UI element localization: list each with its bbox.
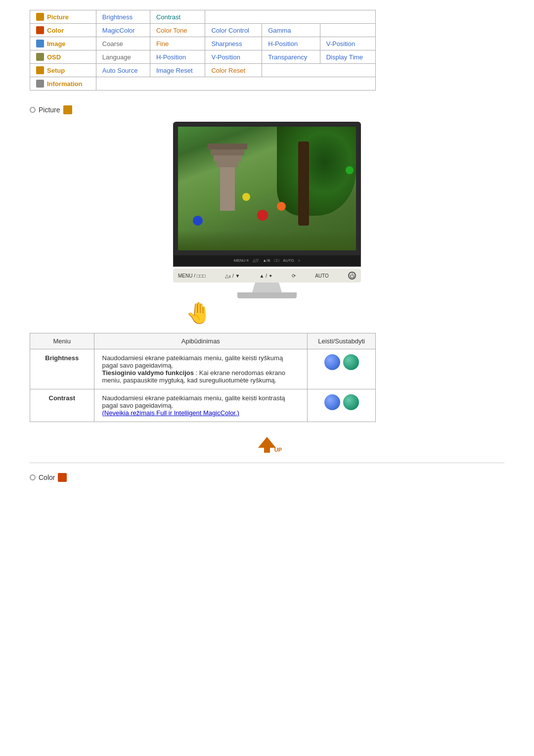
image-icon xyxy=(36,40,44,47)
monitor-screen xyxy=(173,122,361,255)
osd-icon xyxy=(36,53,44,61)
menu-btn[interactable]: MENU / □□□ xyxy=(178,273,206,279)
menu-name-contrast: Contrast xyxy=(30,389,94,422)
nav-hposition-image[interactable]: H-Position xyxy=(268,40,298,47)
menu-name-brightness: Brightness xyxy=(30,349,94,389)
menu-item-image[interactable]: Image xyxy=(36,40,90,47)
monitor-bottom-bar: MENU ≡ △▽ ▲/B □□ AUTO ○ xyxy=(173,255,361,267)
action-btn-blue-brightness[interactable] xyxy=(324,354,340,370)
col-header-menu: Meniu xyxy=(30,333,94,349)
up-arrow-container: UP xyxy=(30,437,504,453)
picture-icon xyxy=(36,13,44,21)
color-section-header: Color xyxy=(30,473,504,482)
monitor-indicators: MENU ≡ △▽ ▲/B □□ AUTO ○ xyxy=(178,257,356,264)
color-section: Color xyxy=(30,473,504,482)
up-arrow-label: UP xyxy=(274,447,282,453)
monitor-display: MENU ≡ △▽ ▲/B □□ AUTO ○ MENU / □□□ △₂ / … xyxy=(30,122,504,323)
action-btn-teal-contrast[interactable] xyxy=(343,394,359,410)
power-btn[interactable]: ⏻ xyxy=(348,272,356,280)
section-divider xyxy=(30,463,504,463)
nav-colortone[interactable]: Color Tone xyxy=(156,27,187,34)
auto-btn[interactable]: AUTO xyxy=(315,273,329,279)
menu-item-setup[interactable]: Setup xyxy=(36,66,90,74)
navigation-table: Picture Brightness Contrast Color MagicC… xyxy=(30,10,376,91)
info-table: Meniu Apibūdinimas Leisti/Sustabdyti Bri… xyxy=(30,333,376,422)
action-brightness xyxy=(308,349,376,389)
brightness-btn[interactable]: △₂ / ▼ xyxy=(225,273,240,279)
monitor-controls: MENU / □□□ △₂ / ▼ ▲ / ✦ ⟳ AUTO ⏻ xyxy=(173,269,361,283)
section-circle-color xyxy=(30,474,36,480)
menu-item-picture[interactable]: Picture xyxy=(36,13,90,21)
nav-coarse[interactable]: Coarse xyxy=(102,40,123,47)
col-header-action: Leisti/Sustabdyti xyxy=(308,333,376,349)
action-buttons-brightness xyxy=(315,354,367,370)
action-contrast xyxy=(308,389,376,422)
up-btn[interactable]: ▲ / ✦ xyxy=(260,273,272,279)
nav-autosource[interactable]: Auto Source xyxy=(102,67,138,74)
menu-item-osd[interactable]: OSD xyxy=(36,53,90,61)
description-brightness: Naudodamiesi ekrane pateikiamais meniu, … xyxy=(94,349,308,389)
contrast-link[interactable]: (Neveikia režimais Full ir Intelligent M… xyxy=(102,409,239,417)
info-icon xyxy=(36,80,44,88)
nav-imagereset[interactable]: Image Reset xyxy=(156,67,193,74)
action-btn-teal-brightness[interactable] xyxy=(343,354,359,370)
up-arrow-triangle xyxy=(258,437,276,448)
nav-displaytime[interactable]: Display Time xyxy=(326,53,363,61)
up-arrow-shaft xyxy=(264,448,270,453)
menu-item-color[interactable]: Color xyxy=(36,26,90,34)
monitor-base xyxy=(237,292,297,298)
action-buttons-contrast xyxy=(315,394,367,410)
nav-vposition-image[interactable]: V-Position xyxy=(326,40,356,47)
picture-section-icon xyxy=(63,105,72,114)
nav-fine[interactable]: Fine xyxy=(156,40,169,47)
picture-section-label: Picture xyxy=(39,106,60,114)
up-arrow[interactable]: UP xyxy=(258,437,276,453)
color-icon xyxy=(36,26,44,34)
nav-sharpness[interactable]: Sharpness xyxy=(211,40,242,47)
nav-contrast[interactable]: Contrast xyxy=(156,13,180,21)
nav-brightness[interactable]: Brightness xyxy=(102,13,133,21)
nav-vposition-osd[interactable]: V-Position xyxy=(211,53,240,61)
nav-colorreset[interactable]: Color Reset xyxy=(211,67,245,74)
monitor-garden-image xyxy=(178,127,356,250)
hand-icon: ✋ xyxy=(185,301,211,325)
menu-item-information[interactable]: Information xyxy=(36,80,90,88)
nav-gamma[interactable]: Gamma xyxy=(268,27,291,34)
col-header-description: Apibūdinimas xyxy=(94,333,308,349)
description-contrast: Naudodamiesi ekrane pateikiamais meniu, … xyxy=(94,389,308,422)
section-circle-picture xyxy=(30,107,36,113)
table-row: Contrast Naudodamiesi ekrane pateikiamai… xyxy=(30,389,376,422)
action-btn-blue-contrast[interactable] xyxy=(324,394,340,410)
picture-section-header: Picture xyxy=(30,105,504,114)
source-btn[interactable]: ⟳ xyxy=(292,273,296,279)
nav-hposition-osd[interactable]: H-Position xyxy=(156,53,186,61)
monitor-stand xyxy=(252,283,282,292)
color-section-label: Color xyxy=(39,473,55,481)
nav-language[interactable]: Language xyxy=(102,53,131,61)
nav-magiccolor[interactable]: MagicColor xyxy=(102,27,135,34)
color-section-icon xyxy=(58,473,67,482)
setup-icon xyxy=(36,66,44,74)
table-row: Brightness Naudodamiesi ekrane pateikiam… xyxy=(30,349,376,389)
nav-colorcontrol[interactable]: Color Control xyxy=(211,27,249,34)
nav-transparency[interactable]: Transparency xyxy=(268,53,307,61)
